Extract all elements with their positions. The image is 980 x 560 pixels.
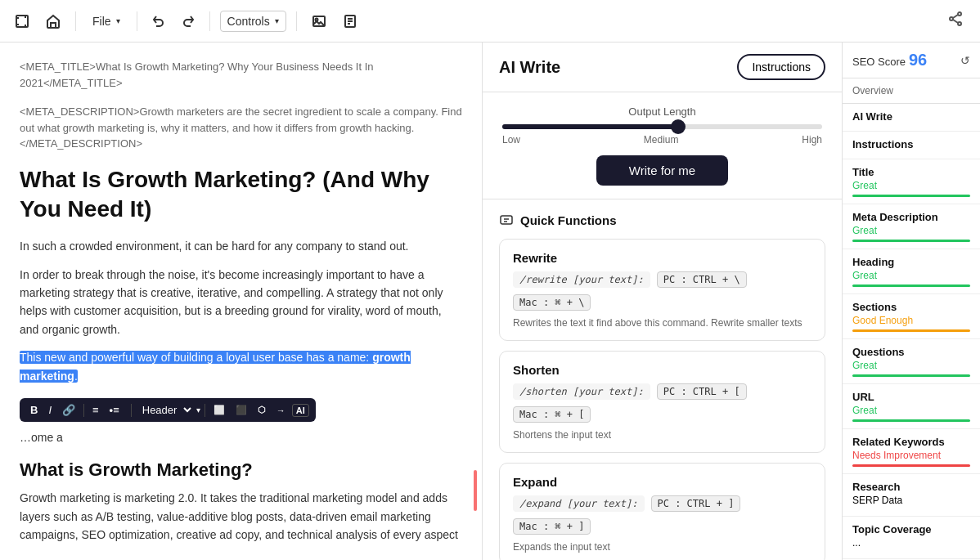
inline-toolbar: B I 🔗 ≡ •≡ Header Body Title ▾ ⬜ ⬛ ⬡ → A… — [20, 398, 316, 422]
share-btn[interactable] — [941, 7, 970, 34]
function-code-1: /shorten [your text]: — [513, 383, 650, 400]
seo-section-8[interactable]: Related Keywords Needs Improvement — [843, 429, 980, 474]
controls-menu-btn[interactable]: Controls ▾ — [220, 11, 286, 32]
main-heading[interactable]: What Is Growth Marketing? (And Why You N… — [20, 165, 462, 225]
highlighted-para[interactable]: This new and powerful way of building a … — [20, 348, 462, 385]
redo-btn[interactable] — [177, 11, 200, 31]
highlighted-span: This new and powerful way of building a … — [20, 351, 411, 382]
seo-section-title-8: Related Keywords — [852, 436, 970, 448]
heading-2[interactable]: What is Growth Marketing? — [20, 459, 462, 481]
slider-track[interactable] — [502, 124, 822, 129]
bold-btn[interactable]: B — [26, 402, 42, 418]
undo-btn[interactable] — [147, 11, 170, 31]
file-label: File — [92, 15, 111, 28]
svg-rect-17 — [501, 216, 512, 224]
scroll-indicator — [474, 470, 477, 511]
seo-section-6[interactable]: Questions Great — [843, 339, 980, 384]
seo-section-7[interactable]: URL Great — [843, 384, 980, 429]
file-chevron: ▾ — [116, 16, 120, 25]
seo-section-5[interactable]: Sections Good Enough — [843, 294, 980, 339]
slider-labels: Low Medium High — [502, 134, 822, 146]
meta-title-text[interactable]: <META_TITLE>What Is Growth Marketing? Wh… — [20, 59, 462, 91]
seo-status-bar-3 — [852, 240, 970, 242]
controls-chevron: ▾ — [275, 16, 279, 25]
seo-score-wrap: SEO Score 96 — [852, 51, 927, 69]
para-3[interactable]: Growth marketing is marketing 2.0. It ta… — [20, 489, 462, 544]
seo-section-10[interactable]: Topic Coverage ... — [843, 517, 980, 559]
seo-section-2[interactable]: Title Great — [843, 159, 980, 204]
function-mac-kbd-1: Mac : ⌘ + [ — [513, 406, 591, 423]
ol-btn[interactable]: ≡ — [88, 402, 103, 418]
note-btn[interactable] — [338, 11, 362, 32]
seo-section-4[interactable]: Heading Great — [843, 249, 980, 294]
center-panel: AI Write Instructions Output Length Low … — [483, 43, 843, 560]
tb-ai-btn[interactable]: AI — [292, 404, 309, 417]
seo-section-status-7: Great — [852, 405, 970, 416]
para-continue[interactable]: …ome a — [20, 428, 462, 446]
svg-line-15 — [953, 15, 958, 18]
format-chevron: ▾ — [196, 405, 200, 414]
format-select[interactable]: Header Body Title — [136, 401, 194, 419]
quick-functions-section: Quick Functions Rewrite /rewrite [your t… — [483, 199, 842, 560]
quick-functions-icon — [499, 213, 514, 227]
svg-point-13 — [950, 17, 953, 20]
italic-btn[interactable]: I — [44, 402, 56, 418]
slider-high: High — [802, 134, 822, 146]
seo-section-title-10: Topic Coverage — [852, 523, 970, 535]
function-shortcuts-2: /expand [your text]: PC : CTRL + ] Mac :… — [513, 495, 811, 535]
main-layout: <META_TITLE>What Is Growth Marketing? Wh… — [0, 43, 980, 560]
para-2[interactable]: In order to break through the noise, it'… — [20, 266, 462, 339]
quick-functions-header: Quick Functions — [499, 213, 825, 227]
ai-write-header: AI Write Instructions — [483, 43, 842, 92]
instructions-btn[interactable]: Instructions — [737, 54, 825, 80]
svg-line-16 — [953, 20, 958, 23]
frame-icon-btn[interactable] — [10, 11, 34, 32]
tb-crop-btn[interactable]: ⬡ — [254, 403, 270, 417]
function-shortcuts-1: /shorten [your text]: PC : CTRL + [ Mac … — [513, 383, 811, 423]
seo-section-title-2: Title — [852, 166, 970, 178]
meta-description-text[interactable]: <META_DESCRIPTION>Growth marketers are t… — [20, 104, 462, 152]
function-cards: Rewrite /rewrite [your text]: PC : CTRL … — [499, 239, 825, 560]
seo-section-1[interactable]: Instructions — [843, 132, 980, 159]
seo-section-title-0: AI Write — [852, 110, 970, 123]
controls-label: Controls — [227, 15, 270, 28]
function-pc-kbd-1: PC : CTRL + [ — [657, 383, 747, 400]
refresh-icon[interactable]: ↺ — [960, 54, 970, 67]
function-code-0: /rewrite [your text]: — [513, 271, 650, 288]
function-mac-kbd-0: Mac : ⌘ + \ — [513, 294, 591, 311]
function-card-1: Shorten /shorten [your text]: PC : CTRL … — [499, 351, 825, 453]
seo-section-3[interactable]: Meta Description Great — [843, 204, 980, 249]
ul-btn[interactable]: •≡ — [106, 402, 124, 418]
function-card-2: Expand /expand [your text]: PC : CTRL + … — [499, 463, 825, 560]
file-menu-btn[interactable]: File ▾ — [86, 11, 127, 31]
function-name-2: Expand — [513, 475, 811, 489]
function-pc-kbd-2: PC : CTRL + ] — [651, 495, 741, 512]
seo-score-label: SEO Score — [852, 56, 906, 68]
editor-panel: <META_TITLE>What Is Growth Marketing? Wh… — [0, 43, 483, 560]
seo-section-title-3: Meta Description — [852, 211, 970, 223]
slider-fill — [502, 124, 678, 129]
para-1[interactable]: In such a crowded environment, it can be… — [20, 237, 462, 255]
tb-size-btn2[interactable]: ⬛ — [232, 403, 251, 417]
quick-functions-label: Quick Functions — [520, 213, 617, 227]
link-btn[interactable]: 🔗 — [58, 402, 79, 418]
seo-section-status-4: Great — [852, 270, 970, 281]
seo-status-bar-5 — [852, 329, 970, 332]
write-for-me-btn[interactable]: Write for me — [596, 155, 728, 186]
tb-size-btn1[interactable]: ⬜ — [209, 403, 229, 417]
slider-medium: Medium — [644, 134, 679, 146]
function-desc-1: Shortens the input text — [513, 429, 811, 441]
image-btn[interactable] — [307, 11, 331, 32]
function-code-2: /expand [your text]: — [513, 495, 645, 512]
seo-overview[interactable]: Overview — [843, 78, 980, 104]
home-btn[interactable] — [41, 11, 65, 32]
seo-section-0[interactable]: AI Write — [843, 104, 980, 132]
function-shortcuts-0: /rewrite [your text]: PC : CTRL + \ Mac … — [513, 271, 811, 311]
tb-arrow-btn[interactable]: → — [272, 404, 290, 417]
slider-thumb[interactable] — [671, 119, 686, 134]
seo-section-9[interactable]: Research SERP Data — [843, 474, 980, 517]
seo-section-status-8: Needs Improvement — [852, 450, 970, 461]
seo-section-title-4: Heading — [852, 256, 970, 268]
seo-section-title-5: Sections — [852, 301, 970, 313]
function-desc-2: Expands the input text — [513, 541, 811, 553]
